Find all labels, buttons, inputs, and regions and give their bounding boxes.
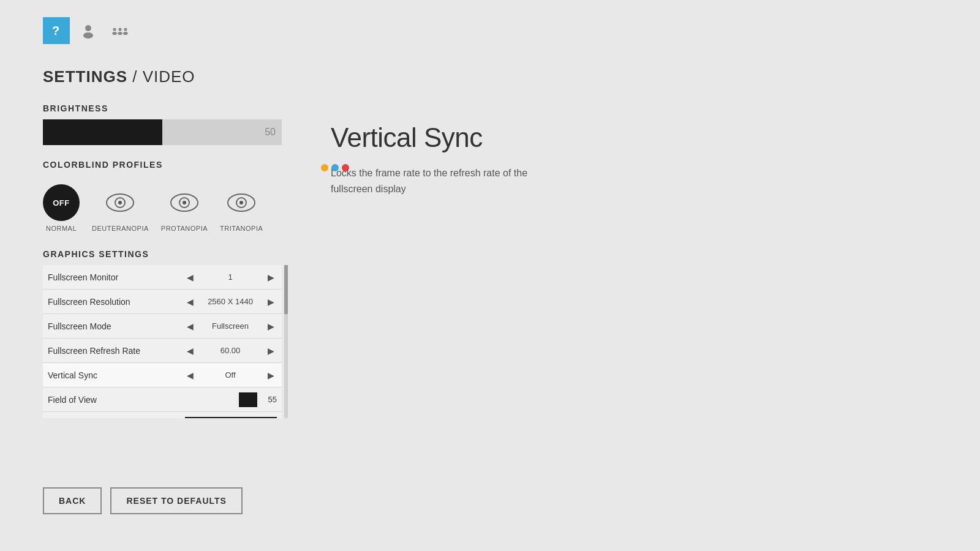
svg-point-1 [85, 25, 91, 31]
brightness-slider[interactable]: 50 [43, 119, 282, 145]
protanopia-icon [166, 184, 203, 221]
svg-point-6 [118, 32, 123, 35]
svg-point-7 [124, 28, 127, 31]
colorblind-deuteranopia[interactable]: DEUTERANOPIA [92, 184, 149, 232]
setting-fullscreen-mode[interactable]: Fullscreen Mode ◀ Fullscreen ▶ [43, 314, 282, 339]
colorblind-protanopia[interactable]: PROTANOPIA [161, 184, 208, 232]
detail-panel: Vertical Sync Locks the frame rate to th… [331, 122, 637, 197]
reset-button[interactable]: RESET TO DEFAULTS [110, 487, 243, 514]
arrow-right-refresh[interactable]: ▶ [265, 346, 277, 356]
svg-point-14 [183, 201, 186, 204]
scrollbar-thumb[interactable] [284, 265, 288, 314]
arrow-right-mode[interactable]: ▶ [265, 321, 277, 331]
deuteranopia-label: DEUTERANOPIA [92, 225, 149, 232]
colorblind-header: COLORBLIND PROFILES [43, 160, 349, 176]
graphics-label: GRAPHICS SETTINGS [43, 249, 349, 259]
motion-blur-fill [185, 417, 231, 419]
top-navigation: ? [43, 17, 134, 44]
value-fullscreen-mode: Fullscreen [200, 321, 261, 331]
arrow-right-monitor[interactable]: ▶ [265, 272, 277, 282]
value-fov: 55 [268, 395, 277, 404]
svg-point-8 [123, 32, 128, 35]
help-nav-button[interactable]: ? [43, 17, 70, 44]
page-title: SETTINGS / VIDEO [43, 67, 349, 86]
setting-motion-blur[interactable]: Motion Blur Amount 50% [43, 412, 282, 418]
svg-point-17 [239, 201, 243, 204]
value-refresh-rate: 60.00 [200, 346, 261, 355]
brightness-label: BRIGHTNESS [43, 103, 349, 113]
value-fullscreen-resolution: 2560 X 1440 [200, 297, 261, 306]
colorblind-options: OFF NORMAL DEUTERANOPIA [43, 184, 349, 232]
svg-point-3 [113, 28, 116, 31]
tritanopia-icon [223, 184, 260, 221]
svg-point-4 [112, 32, 117, 35]
arrow-left-resolution[interactable]: ◀ [184, 297, 196, 307]
colorblind-normal[interactable]: OFF NORMAL [43, 184, 80, 232]
arrow-right-resolution[interactable]: ▶ [265, 297, 277, 307]
dot-yellow [321, 164, 328, 171]
svg-point-11 [118, 201, 122, 204]
colorblind-tritanopia[interactable]: TRITANOPIA [220, 184, 263, 232]
fov-bar [239, 392, 257, 407]
detail-description: Locks the frame rate to the refresh rate… [331, 165, 637, 197]
svg-point-2 [83, 32, 93, 39]
arrow-left-monitor[interactable]: ◀ [184, 272, 196, 282]
setting-fullscreen-resolution[interactable]: Fullscreen Resolution ◀ 2560 X 1440 ▶ [43, 290, 282, 314]
svg-point-5 [118, 28, 121, 31]
normal-label: NORMAL [46, 225, 77, 232]
scrollbar-track[interactable] [284, 265, 288, 418]
setting-fov[interactable]: Field of View 55 [43, 388, 282, 412]
colorblind-label: COLORBLIND PROFILES [43, 160, 163, 170]
protanopia-label: PROTANOPIA [161, 225, 208, 232]
arrow-right-vsync[interactable]: ▶ [265, 370, 277, 380]
setting-vertical-sync[interactable]: Vertical Sync ◀ Off ▶ [43, 363, 282, 388]
bottom-buttons: BACK RESET TO DEFAULTS [43, 487, 243, 514]
settings-list-wrapper: Fullscreen Monitor ◀ 1 ▶ Fullscreen Reso… [43, 265, 288, 418]
tritanopia-label: TRITANOPIA [220, 225, 263, 232]
group-nav-button[interactable] [107, 17, 134, 44]
value-fullscreen-monitor: 1 [200, 272, 261, 282]
brightness-fill [43, 119, 162, 145]
arrow-left-mode[interactable]: ◀ [184, 321, 196, 331]
motion-blur-slider[interactable]: 50% [185, 417, 277, 419]
profile-nav-button[interactable] [75, 17, 102, 44]
deuteranopia-icon [102, 184, 138, 221]
setting-refresh-rate[interactable]: Fullscreen Refresh Rate ◀ 60.00 ▶ [43, 339, 282, 363]
brightness-value: 50 [265, 127, 276, 138]
svg-text:?: ? [52, 24, 59, 37]
setting-fullscreen-monitor[interactable]: Fullscreen Monitor ◀ 1 ▶ [43, 265, 282, 290]
normal-icon: OFF [43, 184, 80, 221]
back-button[interactable]: BACK [43, 487, 102, 514]
detail-title: Vertical Sync [331, 122, 637, 153]
arrow-left-vsync[interactable]: ◀ [184, 370, 196, 380]
colorblind-section: COLORBLIND PROFILES OFF NORMAL [43, 160, 349, 232]
graphics-section: GRAPHICS SETTINGS Fullscreen Monitor ◀ 1… [43, 249, 349, 418]
arrow-left-refresh[interactable]: ◀ [184, 346, 196, 356]
main-content: SETTINGS / VIDEO BRIGHTNESS 50 COLORBLIN… [43, 67, 349, 430]
value-vertical-sync: Off [200, 370, 261, 380]
